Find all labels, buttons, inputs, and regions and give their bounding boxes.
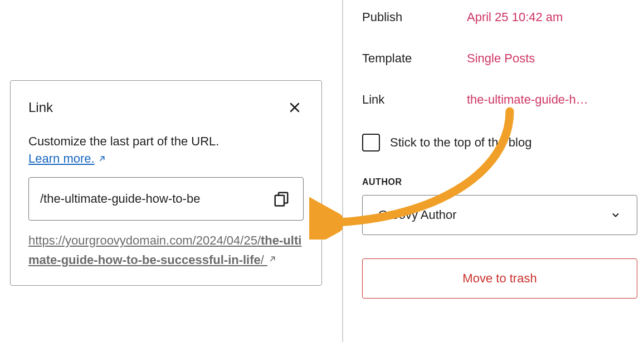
trash-label: Move to trash <box>462 271 536 286</box>
publish-label: Publish <box>362 10 467 25</box>
author-section-label: AUTHOR <box>362 177 640 187</box>
sticky-checkbox[interactable] <box>362 134 380 152</box>
panel-title: Link <box>28 100 53 115</box>
chevron-down-icon <box>610 209 621 221</box>
close-button[interactable] <box>286 99 304 116</box>
author-value: Groovy Author <box>378 208 457 222</box>
template-label: Template <box>362 51 467 66</box>
external-link-icon <box>267 254 277 264</box>
slug-input-container <box>28 177 304 221</box>
svg-rect-3 <box>275 196 284 206</box>
copy-icon <box>273 190 290 207</box>
template-value: Single Posts <box>467 51 535 66</box>
permalink-domain: https://yourgroovydomain.com/2024/04/25/ <box>28 233 261 247</box>
sticky-checkbox-row[interactable]: Stick to the top of the blog <box>362 134 640 152</box>
move-to-trash-button[interactable]: Move to trash <box>362 258 637 299</box>
publish-row[interactable]: Publish April 25 10:42 am <box>362 10 640 25</box>
link-row[interactable]: Link the-ultimate-guide-h… <box>362 92 640 107</box>
panel-header: Link <box>28 99 304 116</box>
permalink-trail: / <box>261 253 264 267</box>
close-icon <box>288 101 301 114</box>
slug-input[interactable] <box>40 192 271 206</box>
template-row[interactable]: Template Single Posts <box>362 51 640 66</box>
permalink-preview[interactable]: https://yourgroovydomain.com/2024/04/25/… <box>28 233 301 267</box>
learn-more-link[interactable]: Learn more. <box>28 152 107 166</box>
sticky-label: Stick to the top of the blog <box>390 135 531 150</box>
post-settings-sidebar: Publish April 25 10:42 am Template Singl… <box>342 0 644 342</box>
link-value: the-ultimate-guide-h… <box>467 92 588 107</box>
link-label: Link <box>362 92 467 107</box>
learn-more-text: Learn more. <box>28 152 95 166</box>
copy-button[interactable] <box>271 188 292 209</box>
publish-value: April 25 10:42 am <box>467 10 563 25</box>
panel-description: Customize the last part of the URL. <box>28 132 304 150</box>
author-select[interactable]: Groovy Author <box>362 195 637 235</box>
external-link-icon <box>97 154 107 164</box>
link-settings-panel: Link Customize the last part of the URL.… <box>10 80 322 286</box>
